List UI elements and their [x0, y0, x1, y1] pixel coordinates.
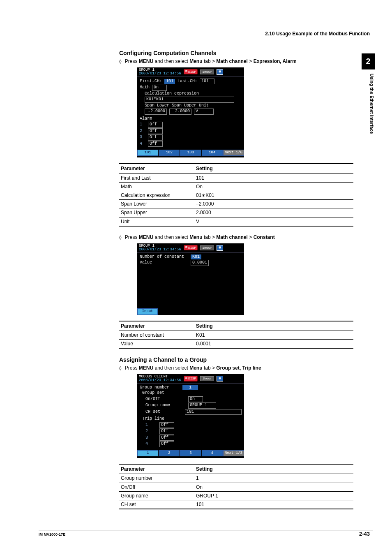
group-number-field[interactable]: 1 — [182, 385, 198, 391]
softkey-next[interactable]: Next 1/3 — [223, 450, 244, 456]
calc-expression-field[interactable]: K01*K01 — [145, 97, 234, 103]
instr-constant: ◊ Press MENU and then select Menu tab > … — [119, 234, 353, 241]
disp-badge: DISP — [184, 69, 198, 74]
softkey-2[interactable]: 2 — [159, 450, 180, 456]
table-row: Group nameGROUP 1 — [119, 491, 353, 500]
header-rule — [119, 38, 373, 38]
table-row: Group number1 — [119, 474, 353, 483]
wave-icon — [185, 69, 187, 74]
table-row: Calculation expression01∗K01 — [119, 191, 353, 200]
math-field[interactable]: On — [152, 85, 167, 91]
disp-badge: DISP — [184, 376, 198, 381]
section-heading-group: Assigning a Channel to a Group — [119, 356, 353, 364]
doc-id: IM MV1000-17E — [39, 532, 65, 537]
chapter-number: 2 — [362, 53, 375, 69]
table-row: UnitV — [119, 217, 353, 226]
screenshot-expression-alarm: GROUP 1 2008/01/23 12:34:56 DISP 1hour ◉… — [137, 67, 244, 158]
unit-field[interactable]: V — [194, 109, 214, 115]
record-icon[interactable]: ◉ — [217, 69, 223, 75]
trip-2-field[interactable]: Off — [159, 428, 174, 435]
trip-4-field[interactable]: Off — [159, 441, 174, 447]
alarm-2-field[interactable]: Off — [148, 128, 163, 134]
softkey-101[interactable]: 101 — [137, 150, 158, 156]
disp-badge: DISP — [184, 245, 198, 250]
table-computation: ParameterSetting First and Last101 MathO… — [119, 163, 353, 226]
softkey-3[interactable]: 3 — [180, 450, 201, 456]
group-onoff-field[interactable]: On — [188, 396, 203, 402]
period-button[interactable]: 1hour — [200, 376, 214, 381]
trip-rows: 1Off 2Off 3Off 4Off — [140, 422, 242, 447]
chapter-tab: 2 Using the Ethernet Interface — [362, 53, 375, 134]
record-icon[interactable]: ◉ — [217, 245, 223, 251]
section-heading-computation: Configuring Computation Channels — [119, 49, 353, 57]
table-row: CH set101 — [119, 500, 353, 509]
screenshot-constant: GROUP 1 2008/01/23 12:34:56 DISP 1hour ◉… — [137, 243, 244, 315]
table-row: MathOn — [119, 182, 353, 191]
table-constant: ParameterSetting Number of constantK01 V… — [119, 321, 353, 349]
table-row: First and Last101 — [119, 173, 353, 182]
alarm-3-field[interactable]: Off — [148, 134, 163, 141]
period-button[interactable]: 1hour — [200, 69, 214, 74]
softkey-input[interactable]: Input — [137, 308, 158, 314]
period-button[interactable]: 1hour — [200, 245, 214, 250]
shot1-timestamp: 2008/01/23 12:34:56 — [139, 72, 181, 76]
wave-icon — [185, 376, 187, 381]
softkey-103[interactable]: 103 — [180, 150, 201, 156]
table-row: Span Upper2.0000 — [119, 208, 353, 217]
diamond-icon: ◊ — [119, 365, 121, 371]
table-row: On/OffOn — [119, 483, 353, 491]
alarm-1-field[interactable]: Off — [148, 122, 163, 128]
group-name-field[interactable]: GROUP 1 — [188, 402, 216, 409]
span-lower-field[interactable]: -2.0000 — [145, 109, 167, 115]
softkey-102[interactable]: 102 — [159, 150, 180, 156]
trip-1-field[interactable]: Off — [159, 422, 174, 428]
ch-set-field[interactable]: 101 — [185, 409, 242, 415]
span-upper-field[interactable]: 2.0000 — [169, 109, 191, 115]
footer-rule — [39, 530, 373, 530]
softkey-next[interactable]: Next 1/6 — [223, 150, 244, 156]
wave-icon — [185, 245, 187, 250]
screenshot-group-set: MODBUS CLIENT 2008/01/23 12:34:56 DISP 1… — [137, 374, 244, 458]
constant-number-field[interactable]: K01 — [191, 254, 201, 260]
page-number: 2-43 — [359, 530, 370, 538]
last-ch-value[interactable]: 101 — [200, 79, 214, 85]
softkey-104[interactable]: 104 — [202, 150, 223, 156]
diamond-icon: ◊ — [119, 235, 121, 240]
alarm-rows: 1Off 2Off 3Off 4Off — [140, 122, 242, 147]
table-row: Span Lower–2.0000 — [119, 200, 353, 208]
chapter-label: Using the Ethernet Interface — [362, 69, 375, 134]
table-row: Number of constantK01 — [119, 331, 353, 339]
first-ch-value[interactable]: 101 — [164, 79, 175, 84]
table-group: ParameterSetting Group number1 On/OffOn … — [119, 464, 353, 509]
instr-group: ◊ Press MENU and then select Menu tab > … — [119, 365, 353, 372]
page-section-title: 2.10 Usage Example of the Modbus Functio… — [265, 30, 370, 37]
alarm-4-field[interactable]: Off — [148, 141, 163, 147]
record-icon[interactable]: ◉ — [217, 376, 223, 382]
softkey-4[interactable]: 4 — [202, 450, 223, 456]
diamond-icon: ◊ — [119, 59, 121, 64]
instr-computation: ◊ Press MENU and then select Menu tab > … — [119, 58, 353, 65]
softkey-1[interactable]: 1 — [137, 450, 158, 456]
constant-value-field[interactable]: 0.0001 — [191, 260, 209, 266]
table-row: Value0.0001 — [119, 340, 353, 349]
trip-3-field[interactable]: Off — [159, 435, 174, 441]
